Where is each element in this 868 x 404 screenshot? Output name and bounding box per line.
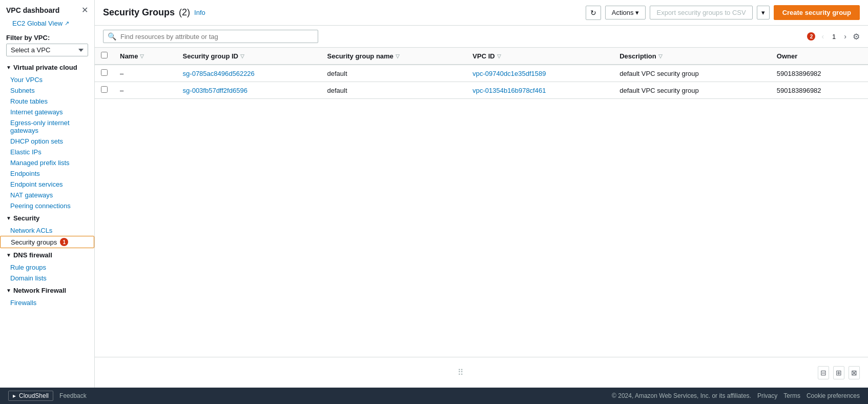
sidebar-item-peering[interactable]: Peering connections xyxy=(0,200,94,211)
sidebar-item-subnets[interactable]: Subnets xyxy=(0,85,94,96)
sidebar-item-security-groups[interactable]: Security groups 1 xyxy=(0,236,94,248)
export-button[interactable]: Export security groups to CSV xyxy=(650,6,752,19)
sidebar: VPC dashboard ✕ EC2 Global View Filter b… xyxy=(0,0,95,388)
sidebar-item-endpoints[interactable]: Endpoints xyxy=(0,168,94,179)
filter-icon-description[interactable]: ▽ xyxy=(658,53,663,59)
col-header-description: Description ▽ xyxy=(613,48,771,65)
col-header-sg-name: Security group name ▽ xyxy=(321,48,467,65)
chevron-down-icon-dns: ▼ xyxy=(6,252,11,258)
section-header-network-firewall[interactable]: ▼ Network Firewall xyxy=(0,284,94,297)
expand-icon[interactable]: ⊠ xyxy=(849,366,860,379)
filter-label: Filter by VPC: xyxy=(6,34,88,42)
sidebar-vpc-items: Your VPCs Subnets Route tables Internet … xyxy=(0,74,94,211)
main-content: Security Groups (2) Info ↻ Actions ▾ Exp… xyxy=(95,0,868,388)
page-number: 1 xyxy=(830,33,838,41)
sg-id-link-0[interactable]: sg-0785ac8496d562226 xyxy=(183,70,255,77)
bottom-icons: ⊟ ⊞ ⊠ xyxy=(818,366,860,379)
chevron-down-icon-security: ▼ xyxy=(6,215,11,221)
sidebar-item-rule-groups[interactable]: Rule groups xyxy=(0,262,94,273)
sidebar-item-prefix-lists[interactable]: Managed prefix lists xyxy=(0,157,94,168)
terms-link[interactable]: Terms xyxy=(783,392,800,399)
sg-id-link-1[interactable]: sg-003fb57dff2fd6596 xyxy=(183,87,247,94)
cell-sg-name-0: default xyxy=(321,65,467,82)
security-groups-table: Name ▽ Security group ID ▽ xyxy=(95,48,868,99)
table-container: Name ▽ Security group ID ▽ xyxy=(95,48,868,357)
col-header-name: Name ▽ xyxy=(114,48,177,65)
sidebar-item-dhcp[interactable]: DHCP option sets xyxy=(0,136,94,147)
header-actions: ↻ Actions ▾ Export security groups to CS… xyxy=(586,5,860,20)
section-header-security[interactable]: ▼ Security xyxy=(0,211,94,225)
section-header-dns-firewall[interactable]: ▼ DNS firewall xyxy=(0,248,94,262)
col-header-owner: Owner xyxy=(771,48,868,65)
sidebar-item-endpoint-services[interactable]: Endpoint services xyxy=(0,179,94,190)
settings-icon[interactable]: ⚙ xyxy=(853,32,860,42)
footer-right: © 2024, Amazon Web Services, Inc. or its… xyxy=(612,392,860,399)
toolbar: 🔍 2 ‹ 1 › ⚙ xyxy=(95,26,868,48)
refresh-button[interactable]: ↻ xyxy=(586,6,601,20)
sidebar-item-network-acls[interactable]: Network ACLs xyxy=(0,225,94,236)
sidebar-item-firewalls[interactable]: Firewalls xyxy=(0,297,94,308)
feedback-link[interactable]: Feedback xyxy=(59,392,87,399)
sidebar-item-your-vpcs[interactable]: Your VPCs xyxy=(0,74,94,85)
cell-owner-0: 590183896982 xyxy=(771,65,868,82)
footer-left: ▸ CloudShell Feedback xyxy=(8,391,87,401)
sidebar-item-elastic-ips[interactable]: Elastic IPs xyxy=(0,147,94,157)
actions-button[interactable]: Actions ▾ xyxy=(605,6,646,19)
drag-handle[interactable]: ⠿ xyxy=(458,368,464,377)
filter-icon-sg-name[interactable]: ▽ xyxy=(396,53,400,59)
section-header-vpc[interactable]: ▼ Virtual private cloud xyxy=(0,60,94,74)
sidebar-nf-items: Firewalls xyxy=(0,297,94,308)
row-checkbox-0[interactable] xyxy=(101,69,108,76)
vpc-id-link-1[interactable]: vpc-01354b16b978cf461 xyxy=(472,87,546,94)
row-checkbox-1[interactable] xyxy=(101,86,108,93)
notification-badge: 2 xyxy=(807,32,815,41)
sidebar-item-domain-lists[interactable]: Domain lists xyxy=(0,273,94,284)
next-page-button[interactable]: › xyxy=(841,31,850,42)
cell-description-1: default VPC security group xyxy=(613,82,771,99)
search-input[interactable] xyxy=(120,33,314,41)
sidebar-item-route-tables[interactable]: Route tables xyxy=(0,96,94,107)
sidebar-item-egress-gateways[interactable]: Egress-only internet gateways xyxy=(0,117,94,136)
create-security-group-button[interactable]: Create security group xyxy=(774,5,860,20)
close-icon[interactable]: ✕ xyxy=(81,5,88,15)
panel-icon[interactable]: ⊞ xyxy=(833,366,844,379)
table-row: – sg-0785ac8496d562226 default vpc-09740… xyxy=(95,65,868,82)
prev-page-button[interactable]: ‹ xyxy=(818,31,827,42)
sidebar-item-nat-gateways[interactable]: NAT gateways xyxy=(0,190,94,200)
sidebar-title: VPC dashboard xyxy=(6,6,59,14)
cell-description-0: default VPC security group xyxy=(613,65,771,82)
page-header: Security Groups (2) Info ↻ Actions ▾ Exp… xyxy=(95,0,868,26)
sidebar-security-items: Network ACLs Security groups 1 xyxy=(0,225,94,248)
chevron-down-icon-actions: ▾ xyxy=(635,9,639,16)
vpc-id-link-0[interactable]: vpc-09740dc1e35df1589 xyxy=(472,70,546,77)
info-link[interactable]: Info xyxy=(194,9,205,16)
export-dropdown-button[interactable]: ▾ xyxy=(757,6,770,19)
cell-vpc-id-0: vpc-09740dc1e35df1589 xyxy=(466,65,613,82)
cloudshell-button[interactable]: ▸ CloudShell xyxy=(8,391,53,401)
cell-owner-1: 590183896982 xyxy=(771,82,868,99)
select-all-checkbox[interactable] xyxy=(101,52,108,58)
cell-sg-name-1: default xyxy=(321,82,467,99)
pagination-controls: 2 ‹ 1 › ⚙ xyxy=(807,31,860,42)
search-box: 🔍 xyxy=(103,30,318,43)
cookie-prefs-link[interactable]: Cookie preferences xyxy=(807,392,860,399)
cell-name-0: – xyxy=(114,65,177,82)
vpc-filter-select[interactable]: Select a VPC xyxy=(6,44,88,56)
cell-vpc-id-1: vpc-01354b16b978cf461 xyxy=(466,82,613,99)
bottom-panel: ⠿ ⊟ ⊞ ⊠ xyxy=(95,357,868,388)
page-count: (2) xyxy=(179,7,190,18)
cell-name-1: – xyxy=(114,82,177,99)
privacy-link[interactable]: Privacy xyxy=(757,392,777,399)
copyright-text: © 2024, Amazon Web Services, Inc. or its… xyxy=(612,392,751,399)
filter-icon-sg-id[interactable]: ▽ xyxy=(240,53,244,59)
col-header-sg-id: Security group ID ▽ xyxy=(177,48,321,65)
filter-icon-vpc-id[interactable]: ▽ xyxy=(497,53,501,59)
terminal-icon: ▸ xyxy=(13,392,16,399)
table-row: – sg-003fb57dff2fd6596 default vpc-01354… xyxy=(95,82,868,99)
ec2-global-view-link[interactable]: EC2 Global View xyxy=(6,18,88,29)
chevron-down-icon: ▼ xyxy=(6,65,11,70)
filter-icon-name[interactable]: ▽ xyxy=(140,53,144,59)
footer: ▸ CloudShell Feedback © 2024, Amazon Web… xyxy=(0,388,868,404)
sidebar-item-internet-gateways[interactable]: Internet gateways xyxy=(0,107,94,117)
split-view-icon[interactable]: ⊟ xyxy=(818,366,829,379)
